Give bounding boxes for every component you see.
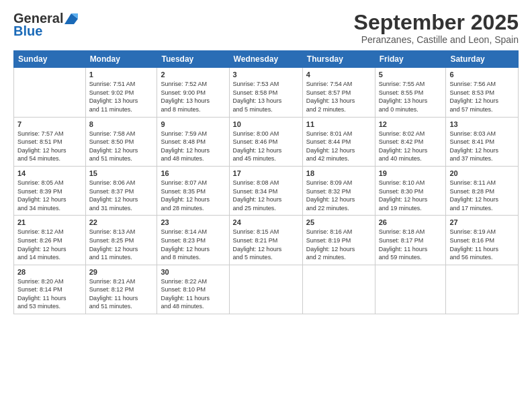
calendar-day: 17Sunrise: 8:08 AM Sunset: 8:34 PM Dayli… [229, 166, 302, 215]
header-thursday: Thursday [302, 51, 375, 68]
calendar-header-row: Sunday Monday Tuesday Wednesday Thursday… [14, 51, 519, 68]
week-row-5: 28Sunrise: 8:20 AM Sunset: 8:14 PM Dayli… [14, 265, 519, 314]
day-number: 29 [89, 268, 154, 276]
day-info: Sunrise: 7:52 AM Sunset: 9:00 PM Dayligh… [161, 80, 225, 113]
logo-icon [64, 13, 78, 24]
day-number: 11 [306, 120, 371, 128]
day-number: 1 [89, 71, 154, 79]
day-info: Sunrise: 8:11 AM Sunset: 8:28 PM Dayligh… [449, 179, 515, 212]
day-info: Sunrise: 8:03 AM Sunset: 8:41 PM Dayligh… [449, 130, 515, 163]
day-number: 9 [161, 120, 225, 128]
location: Peranzanes, Castille and Leon, Spain [354, 34, 519, 45]
calendar-day: 20Sunrise: 8:11 AM Sunset: 8:28 PM Dayli… [446, 166, 519, 215]
calendar-day: 9Sunrise: 7:59 AM Sunset: 8:48 PM Daylig… [157, 117, 229, 166]
day-info: Sunrise: 8:08 AM Sunset: 8:34 PM Dayligh… [233, 179, 299, 212]
header-wednesday: Wednesday [229, 51, 302, 68]
calendar-day: 13Sunrise: 8:03 AM Sunset: 8:41 PM Dayli… [446, 117, 519, 166]
day-number: 28 [17, 268, 82, 276]
day-info: Sunrise: 7:58 AM Sunset: 8:50 PM Dayligh… [89, 130, 154, 163]
day-number: 17 [233, 169, 299, 177]
calendar-day: 27Sunrise: 8:19 AM Sunset: 8:16 PM Dayli… [446, 216, 519, 265]
calendar-day: 22Sunrise: 8:13 AM Sunset: 8:25 PM Dayli… [85, 216, 157, 265]
header-monday: Monday [85, 51, 157, 68]
week-row-3: 14Sunrise: 8:05 AM Sunset: 8:39 PM Dayli… [14, 166, 519, 215]
calendar-day [375, 265, 446, 314]
title-block: September 2025 Peranzanes, Castille and … [354, 11, 519, 45]
day-number: 10 [233, 120, 299, 128]
calendar-day: 23Sunrise: 8:14 AM Sunset: 8:23 PM Dayli… [157, 216, 229, 265]
day-number: 12 [379, 120, 443, 128]
day-number: 4 [306, 71, 371, 79]
calendar-day: 29Sunrise: 8:21 AM Sunset: 8:12 PM Dayli… [85, 265, 157, 314]
page: General Blue September 2025 Peranzanes, … [0, 0, 532, 411]
day-number: 27 [449, 218, 515, 226]
week-row-4: 21Sunrise: 8:12 AM Sunset: 8:26 PM Dayli… [14, 216, 519, 265]
day-info: Sunrise: 7:51 AM Sunset: 9:02 PM Dayligh… [89, 80, 154, 113]
day-number: 8 [89, 120, 154, 128]
calendar-day: 25Sunrise: 8:16 AM Sunset: 8:19 PM Dayli… [302, 216, 375, 265]
calendar-day: 10Sunrise: 8:00 AM Sunset: 8:46 PM Dayli… [229, 117, 302, 166]
logo: General Blue [13, 11, 78, 39]
day-info: Sunrise: 8:05 AM Sunset: 8:39 PM Dayligh… [17, 179, 82, 212]
day-info: Sunrise: 8:20 AM Sunset: 8:14 PM Dayligh… [17, 277, 82, 311]
calendar-day [229, 265, 302, 314]
day-info: Sunrise: 8:12 AM Sunset: 8:26 PM Dayligh… [17, 228, 82, 261]
day-info: Sunrise: 7:57 AM Sunset: 8:51 PM Dayligh… [17, 130, 82, 163]
day-info: Sunrise: 8:13 AM Sunset: 8:25 PM Dayligh… [89, 228, 154, 261]
day-number: 25 [306, 218, 371, 226]
day-info: Sunrise: 8:10 AM Sunset: 8:30 PM Dayligh… [379, 179, 443, 212]
day-info: Sunrise: 8:09 AM Sunset: 8:32 PM Dayligh… [306, 179, 371, 212]
day-info: Sunrise: 8:22 AM Sunset: 8:10 PM Dayligh… [161, 277, 225, 311]
day-info: Sunrise: 8:06 AM Sunset: 8:37 PM Dayligh… [89, 179, 154, 212]
header-saturday: Saturday [446, 51, 519, 68]
day-info: Sunrise: 8:16 AM Sunset: 8:19 PM Dayligh… [306, 228, 371, 261]
day-info: Sunrise: 8:21 AM Sunset: 8:12 PM Dayligh… [89, 277, 154, 311]
day-number: 21 [17, 218, 82, 226]
day-number: 30 [161, 268, 225, 276]
header: General Blue September 2025 Peranzanes, … [13, 11, 519, 45]
calendar-table: Sunday Monday Tuesday Wednesday Thursday… [13, 50, 519, 314]
calendar-day [302, 265, 375, 314]
calendar-day: 3Sunrise: 7:53 AM Sunset: 8:58 PM Daylig… [229, 68, 302, 117]
day-info: Sunrise: 8:07 AM Sunset: 8:35 PM Dayligh… [161, 179, 225, 212]
calendar-day: 2Sunrise: 7:52 AM Sunset: 9:00 PM Daylig… [157, 68, 229, 117]
month-title: September 2025 [354, 11, 519, 34]
day-number: 5 [379, 71, 443, 79]
day-number: 13 [449, 120, 515, 128]
calendar-day: 12Sunrise: 8:02 AM Sunset: 8:42 PM Dayli… [375, 117, 446, 166]
calendar-day: 18Sunrise: 8:09 AM Sunset: 8:32 PM Dayli… [302, 166, 375, 215]
day-number: 20 [449, 169, 515, 177]
day-number: 2 [161, 71, 225, 79]
calendar-day: 7Sunrise: 7:57 AM Sunset: 8:51 PM Daylig… [14, 117, 86, 166]
week-row-1: 1Sunrise: 7:51 AM Sunset: 9:02 PM Daylig… [14, 68, 519, 117]
day-number: 22 [89, 218, 154, 226]
calendar-day: 21Sunrise: 8:12 AM Sunset: 8:26 PM Dayli… [14, 216, 86, 265]
calendar-day: 28Sunrise: 8:20 AM Sunset: 8:14 PM Dayli… [14, 265, 86, 314]
day-number: 26 [379, 218, 443, 226]
calendar-day: 1Sunrise: 7:51 AM Sunset: 9:02 PM Daylig… [85, 68, 157, 117]
day-number: 15 [89, 169, 154, 177]
calendar-day: 30Sunrise: 8:22 AM Sunset: 8:10 PM Dayli… [157, 265, 229, 314]
calendar-day [14, 68, 86, 117]
logo-blue: Blue [13, 24, 42, 39]
day-info: Sunrise: 8:14 AM Sunset: 8:23 PM Dayligh… [161, 228, 225, 261]
day-number: 19 [379, 169, 443, 177]
calendar-day: 16Sunrise: 8:07 AM Sunset: 8:35 PM Dayli… [157, 166, 229, 215]
day-info: Sunrise: 7:53 AM Sunset: 8:58 PM Dayligh… [233, 80, 299, 113]
day-number: 16 [161, 169, 225, 177]
day-number: 3 [233, 71, 299, 79]
day-info: Sunrise: 7:56 AM Sunset: 8:53 PM Dayligh… [449, 80, 515, 113]
day-number: 23 [161, 218, 225, 226]
day-info: Sunrise: 7:55 AM Sunset: 8:55 PM Dayligh… [379, 80, 443, 113]
day-number: 18 [306, 169, 371, 177]
header-sunday: Sunday [14, 51, 86, 68]
day-info: Sunrise: 7:54 AM Sunset: 8:57 PM Dayligh… [306, 80, 371, 113]
calendar-day: 24Sunrise: 8:15 AM Sunset: 8:21 PM Dayli… [229, 216, 302, 265]
week-row-2: 7Sunrise: 7:57 AM Sunset: 8:51 PM Daylig… [14, 117, 519, 166]
day-number: 7 [17, 120, 82, 128]
calendar-day: 19Sunrise: 8:10 AM Sunset: 8:30 PM Dayli… [375, 166, 446, 215]
day-info: Sunrise: 8:15 AM Sunset: 8:21 PM Dayligh… [233, 228, 299, 261]
day-info: Sunrise: 8:01 AM Sunset: 8:44 PM Dayligh… [306, 130, 371, 163]
day-info: Sunrise: 8:18 AM Sunset: 8:17 PM Dayligh… [379, 228, 443, 261]
calendar-day: 15Sunrise: 8:06 AM Sunset: 8:37 PM Dayli… [85, 166, 157, 215]
